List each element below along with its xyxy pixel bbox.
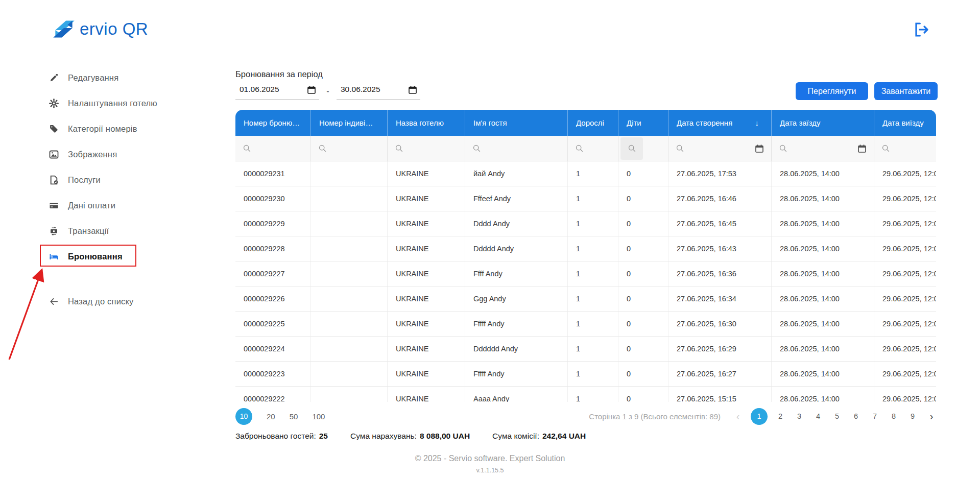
- sidebar-item-Транзакції[interactable]: Транзакції: [49, 218, 192, 244]
- page-number-3[interactable]: 3: [793, 412, 805, 420]
- column-header-1[interactable]: Номер броню…: [235, 110, 310, 136]
- table-row[interactable]: 0000029225UKRAINEFffff Andy1027.06.2025,…: [235, 312, 936, 337]
- table-row[interactable]: 0000029231UKRAINEйай Andy1027.06.2025, 1…: [235, 161, 936, 186]
- table-row[interactable]: 0000029229UKRAINEDddd Andy1027.06.2025, …: [235, 211, 936, 236]
- sidebar-back-label: Назад до списку: [68, 297, 134, 306]
- column-header-8[interactable]: Дата заїзду: [771, 110, 874, 136]
- column-header-2[interactable]: Номер індиві…: [310, 110, 387, 136]
- sidebar-item-label: Бронювання: [68, 252, 123, 261]
- sidebar-item-Налаштування готелю[interactable]: Налаштування готелю: [49, 90, 192, 116]
- calendar-icon[interactable]: [408, 85, 417, 94]
- sidebar-item-Послуги[interactable]: Послуги: [49, 167, 192, 193]
- filter-cell-3[interactable]: [387, 136, 465, 161]
- sidebar-item-back-to-list[interactable]: Назад до списку: [49, 289, 192, 314]
- sidebar-item-label: Послуги: [68, 175, 101, 185]
- table-cell: 0: [618, 312, 668, 336]
- table-cell: UKRAINE: [387, 337, 465, 361]
- table-row[interactable]: 0000029223UKRAINEFffff Andy1027.06.2025,…: [235, 362, 936, 387]
- sidebar-item-Дані оплати[interactable]: Дані оплати: [49, 193, 192, 218]
- page-size-100[interactable]: 100: [312, 412, 325, 421]
- table-cell: 29.06.2025, 12:00: [874, 186, 936, 211]
- table-cell: 29.06.2025, 12:00: [874, 286, 936, 311]
- table-cell: [310, 186, 387, 211]
- search-icon: [779, 144, 787, 153]
- sort-desc-icon[interactable]: ↓: [755, 118, 768, 127]
- page-size-20[interactable]: 20: [267, 412, 275, 421]
- page-number-2[interactable]: 2: [774, 412, 786, 420]
- table-row[interactable]: 0000029224UKRAINEDddddd Andy1027.06.2025…: [235, 337, 936, 362]
- next-page-icon[interactable]: ›: [925, 411, 938, 422]
- page-number-5[interactable]: 5: [831, 412, 843, 420]
- filter-cell-8[interactable]: [771, 136, 874, 161]
- table-cell: 0000029226: [235, 286, 310, 311]
- table-cell: UKRAINE: [387, 286, 465, 311]
- table-cell: 27.06.2025, 16:27: [668, 362, 771, 386]
- filter-cell-2[interactable]: [310, 136, 387, 161]
- table-row[interactable]: 0000029222UKRAINEAaaa Andy1027.06.2025, …: [235, 387, 936, 402]
- table-cell: Dddddd Andy: [465, 337, 567, 361]
- prev-page-icon[interactable]: ‹: [732, 411, 744, 422]
- table-cell: 0000029224: [235, 337, 310, 361]
- search-icon: [318, 144, 327, 153]
- column-header-label: Дата створення: [677, 118, 732, 127]
- filter-cell-5[interactable]: [567, 136, 618, 161]
- column-header-label: Номер індиві…: [319, 118, 373, 127]
- table-cell: 0000029231: [235, 161, 310, 186]
- date-to-field[interactable]: [337, 83, 420, 100]
- column-header-9[interactable]: Дата виїзду: [874, 110, 936, 136]
- column-header-label: Дата заїзду: [780, 118, 821, 127]
- table-cell: 28.06.2025, 14:00: [771, 337, 874, 361]
- column-header-6[interactable]: Діти: [618, 110, 668, 136]
- table-cell: 27.06.2025, 16:46: [668, 186, 771, 211]
- column-header-label: Номер броню…: [244, 118, 300, 127]
- table-cell: 28.06.2025, 14:00: [771, 312, 874, 336]
- column-header-4[interactable]: Ім'я гостя: [465, 110, 567, 136]
- page-number-9[interactable]: 9: [906, 412, 919, 420]
- table-cell: 29.06.2025, 12:00: [874, 261, 936, 286]
- arrow-left-icon: [49, 296, 59, 306]
- page-size-10[interactable]: 10: [235, 408, 252, 425]
- totals-bar: Заброньовано гостей:25Сума нарахувань:8 …: [235, 432, 586, 441]
- sidebar-item-Бронювання[interactable]: Бронювання: [49, 244, 192, 269]
- filter-cell-4[interactable]: [465, 136, 567, 161]
- table-cell: 27.06.2025, 16:34: [668, 286, 771, 311]
- table-cell: 1: [567, 161, 618, 186]
- sidebar-item-Категорії номерів[interactable]: Категорії номерів: [49, 116, 192, 141]
- page-number-7[interactable]: 7: [869, 412, 881, 420]
- filter-cell-6[interactable]: [618, 136, 668, 161]
- table-cell: йай Andy: [465, 161, 567, 186]
- table-cell: 0000029225: [235, 312, 310, 336]
- date-from-field[interactable]: [235, 83, 319, 100]
- table-cell: UKRAINE: [387, 186, 465, 211]
- filter-cell-7[interactable]: [668, 136, 771, 161]
- sidebar-item-Редагування[interactable]: Редагування: [49, 65, 192, 90]
- page-number-1[interactable]: 1: [751, 408, 768, 425]
- table-cell: 1: [567, 186, 618, 211]
- app-root: ervio QR РедагуванняНалаштування готелюК…: [0, 0, 980, 478]
- column-header-7[interactable]: Дата створення↓: [668, 110, 771, 136]
- column-header-3[interactable]: Назва готелю: [387, 110, 465, 136]
- table-row[interactable]: 0000029228UKRAINEDdddd Andy1027.06.2025,…: [235, 236, 936, 261]
- column-header-label: Назва готелю: [396, 118, 444, 127]
- filter-cell-1[interactable]: [235, 136, 310, 161]
- column-header-5[interactable]: Дорослі: [567, 110, 618, 136]
- table-row[interactable]: 0000029227UKRAINEFfff Andy1027.06.2025, …: [235, 261, 936, 286]
- page-number-8[interactable]: 8: [888, 412, 900, 420]
- page-size-50[interactable]: 50: [290, 412, 298, 421]
- table-row[interactable]: 0000029230UKRAINEFffeef Andy1027.06.2025…: [235, 186, 936, 211]
- table-cell: 28.06.2025, 14:00: [771, 161, 874, 186]
- table-cell: UKRAINE: [387, 161, 465, 186]
- table-row[interactable]: 0000029226UKRAINEGgg Andy1027.06.2025, 1…: [235, 286, 936, 312]
- filter-cell-9[interactable]: [874, 136, 936, 161]
- page-number-4[interactable]: 4: [812, 412, 824, 420]
- filter-icon-box: [620, 137, 643, 160]
- page-number-6[interactable]: 6: [850, 412, 862, 420]
- column-header-label: Дата виїзду: [882, 118, 924, 127]
- download-button[interactable]: Завантажити: [874, 82, 938, 100]
- calendar-icon[interactable]: [307, 85, 316, 94]
- table-cell: [310, 211, 387, 236]
- view-button[interactable]: Переглянути: [796, 82, 868, 100]
- sidebar-item-Зображення[interactable]: Зображення: [49, 141, 192, 167]
- sidebar-item-label: Транзакції: [68, 226, 109, 236]
- logout-icon[interactable]: [913, 21, 929, 38]
